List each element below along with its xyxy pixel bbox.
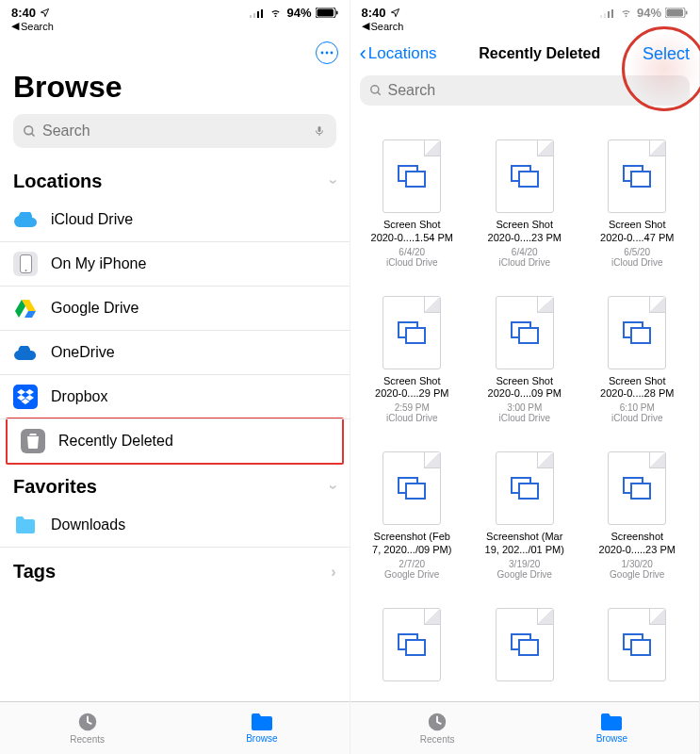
clock-icon: [77, 712, 98, 732]
trash-icon: [21, 429, 45, 453]
file-item[interactable]: [360, 608, 465, 702]
search-icon: [23, 124, 37, 139]
search-bar[interactable]: [13, 114, 336, 148]
file-item[interactable]: Screenshot (Feb7, 2020.../09 PM)2/7/20Go…: [360, 451, 465, 580]
browse-screen: 8:40 94% ◀ Search Browse: [0, 0, 350, 754]
icloud-icon: [13, 207, 38, 232]
folder-icon: [13, 513, 38, 537]
file-thumb-icon: [383, 608, 441, 681]
select-button[interactable]: Select: [643, 44, 690, 64]
svg-rect-26: [604, 13, 606, 18]
file-thumb-icon: [496, 451, 554, 525]
file-item[interactable]: Screen Shot2020-0....28 PM6:10 PMiCloud …: [585, 296, 691, 424]
location-label: Recently Deleted: [58, 433, 173, 450]
cellular-icon: [250, 8, 265, 18]
svg-rect-2: [257, 11, 259, 18]
location-google-drive[interactable]: Google Drive: [0, 287, 350, 331]
file-item[interactable]: Screenshot2020-0.....23 PM1/30/20Google …: [585, 451, 691, 580]
status-time: 8:40: [362, 6, 386, 20]
locations-list: iCloud Drive On My iPhone Google Drive O…: [0, 198, 350, 463]
files-grid: Screen Shot2020-0....1.54 PM6/4/20iCloud…: [350, 111, 700, 701]
status-bar: 8:40 94%: [0, 0, 350, 20]
location-recently-deleted[interactable]: Recently Deleted: [8, 419, 342, 463]
file-item[interactable]: [472, 608, 578, 702]
tab-browse[interactable]: Browse: [174, 702, 349, 754]
file-item[interactable]: Screen Shot2020-0....1.54 PM6/4/20iCloud…: [360, 139, 465, 268]
chevron-down-icon: ›: [325, 484, 342, 489]
google-drive-icon: [13, 296, 38, 320]
location-label: On My iPhone: [51, 255, 146, 272]
battery-percent: 94%: [637, 6, 661, 20]
back-caret-icon: ◀: [362, 20, 369, 32]
battery-icon: [665, 8, 688, 18]
file-thumb-icon: [496, 608, 554, 681]
file-thumb-icon: [496, 296, 554, 369]
location-on-my-iphone[interactable]: On My iPhone: [0, 242, 350, 287]
annotation-highlight: Recently Deleted: [6, 418, 344, 465]
search-input[interactable]: [42, 123, 308, 139]
svg-rect-5: [317, 9, 334, 17]
back-to-search[interactable]: ◀ Search: [0, 20, 350, 36]
tags-header[interactable]: Tags ›: [0, 548, 350, 588]
tab-recents[interactable]: Recents: [0, 702, 174, 754]
location-arrow-icon: [390, 8, 400, 18]
svg-point-8: [325, 52, 328, 55]
location-dropbox[interactable]: Dropbox: [0, 375, 350, 419]
file-item[interactable]: Screen Shot2020-0....29 PM2:59 PMiCloud …: [360, 296, 465, 424]
location-label: Google Drive: [51, 300, 138, 317]
svg-line-33: [377, 92, 380, 95]
file-thumb-icon: [608, 451, 666, 525]
chevron-down-icon: ›: [325, 179, 342, 184]
svg-rect-28: [611, 9, 613, 18]
file-thumb-icon: [383, 451, 441, 525]
file-item[interactable]: Screen Shot2020-0....23 PM6/4/20iCloud D…: [472, 139, 578, 268]
search-icon: [369, 84, 383, 97]
svg-rect-6: [336, 11, 338, 15]
file-item[interactable]: Screenshot (Mar19, 202.../01 PM)3/19/20G…: [472, 451, 578, 580]
svg-rect-12: [317, 126, 320, 132]
tab-recents[interactable]: Recents: [350, 702, 525, 754]
favorites-list: Downloads: [0, 503, 350, 548]
svg-rect-31: [686, 11, 688, 15]
favorite-downloads[interactable]: Downloads: [0, 503, 350, 548]
file-thumb-icon: [496, 139, 554, 213]
svg-point-7: [320, 52, 323, 55]
svg-marker-19: [17, 389, 25, 395]
clock-icon: [427, 712, 448, 732]
iphone-icon: [13, 252, 38, 276]
svg-rect-1: [253, 13, 255, 18]
folder-icon: [250, 713, 274, 731]
svg-rect-3: [261, 9, 263, 18]
file-item[interactable]: [585, 608, 691, 702]
status-time: 8:40: [11, 6, 36, 20]
location-label: iCloud Drive: [51, 211, 133, 228]
svg-point-9: [330, 52, 333, 55]
file-thumb-icon: [383, 296, 441, 369]
battery-percent: 94%: [286, 6, 311, 20]
dropbox-icon: [13, 385, 38, 409]
file-item[interactable]: Screen Shot2020-0....09 PM3:00 PMiCloud …: [472, 296, 578, 424]
svg-point-32: [370, 86, 378, 93]
location-icloud-drive[interactable]: iCloud Drive: [0, 198, 350, 242]
location-onedrive[interactable]: OneDrive: [0, 331, 350, 375]
tab-bar: Recents Browse: [350, 701, 700, 754]
mic-icon[interactable]: [314, 123, 327, 139]
nav-back-button[interactable]: ‹ Locations: [360, 41, 437, 66]
svg-rect-27: [608, 11, 610, 18]
more-options-button[interactable]: [316, 41, 338, 64]
svg-point-15: [24, 270, 26, 271]
recently-deleted-screen: 8:40 94% ◀ Search ‹ Locations Recent: [350, 0, 701, 754]
tab-browse[interactable]: Browse: [525, 702, 699, 754]
location-arrow-icon: [40, 8, 50, 18]
back-caret-icon: ◀: [11, 20, 19, 32]
chevron-right-icon: ›: [331, 564, 335, 581]
file-item[interactable]: Screen Shot2020-0....47 PM6/5/20iCloud D…: [585, 139, 691, 268]
locations-header[interactable]: Locations ›: [0, 157, 350, 198]
file-thumb-icon: [383, 139, 441, 213]
svg-point-10: [24, 125, 33, 134]
status-bar: 8:40 94%: [350, 0, 700, 20]
favorite-label: Downloads: [51, 516, 125, 533]
page-title: Browse: [0, 36, 350, 114]
favorites-header[interactable]: Favorites ›: [0, 463, 350, 503]
file-thumb-icon: [608, 608, 666, 681]
